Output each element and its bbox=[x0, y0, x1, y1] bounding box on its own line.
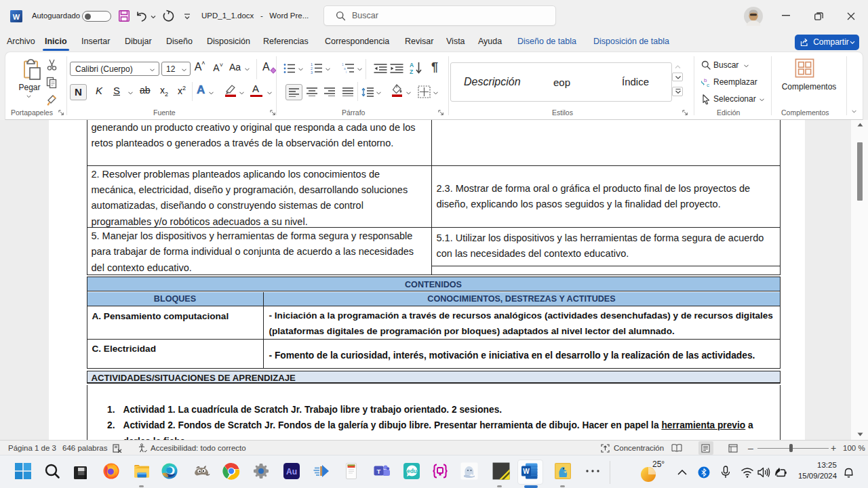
svg-text:3: 3 bbox=[311, 70, 313, 74]
svg-text:T: T bbox=[377, 468, 381, 475]
svg-text:W: W bbox=[523, 468, 530, 475]
svg-text:W: W bbox=[13, 13, 20, 21]
svg-text:A: A bbox=[410, 62, 414, 68]
svg-text:Au: Au bbox=[286, 467, 297, 476]
svg-text:i: i bbox=[346, 70, 347, 74]
svg-text:Z: Z bbox=[410, 68, 413, 75]
svg-text:c: c bbox=[707, 82, 709, 87]
svg-text:edu: edu bbox=[407, 468, 417, 474]
